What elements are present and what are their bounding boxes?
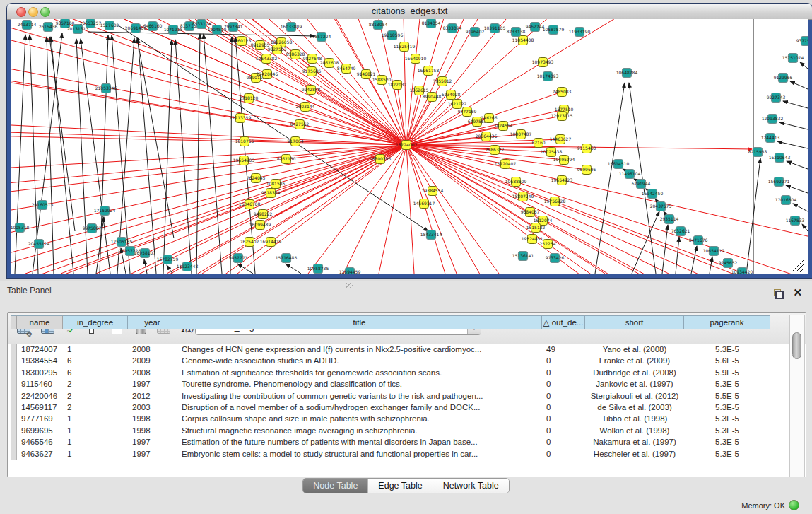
graph-node-label: 7955812 [433,78,452,83]
graph-node-label: 10934420 [731,269,753,274]
cell-out_degree: 0 [542,367,585,379]
graph-edge [311,90,406,145]
node-table[interactable]: 1872400712008Changes of HCN gene express… [8,344,806,477]
graph-node-label: 10973493 [532,59,554,64]
cell-pagerank: 5.5E-5 [684,390,770,402]
graph-node-label: 16640910 [405,56,427,61]
graph-edge [406,145,732,274]
graph-node-label: 7986372 [486,147,505,152]
graph-node-label: 8186328 [286,52,305,57]
cell-short: Franke et al. (2009) [585,355,684,367]
graph-node-label: 1577510 [555,107,574,112]
vertical-scrollbar-thumb[interactable] [792,332,801,359]
graph-edge [793,204,808,211]
column-header-short[interactable]: short [585,315,684,329]
graph-edge [204,34,222,274]
table-row[interactable]: 1938455462009Genome-wide association stu… [8,355,789,367]
graph-node-label: 9175685 [302,69,322,74]
close-panel-icon[interactable]: ✕ [793,287,802,298]
column-header-in_degree[interactable]: in_degree [63,315,128,329]
graph-node-label: 9129966 [774,75,793,80]
cell-name: 9115460 [17,378,63,390]
table-row[interactable]: 1456911722003Disruption of a novel membe… [8,402,789,414]
cell-in_degree: 2 [63,390,128,402]
table-row[interactable]: 1830029562008Estimation of significance … [8,367,789,379]
graph-node-label: 8333094 [443,25,462,30]
cell-title: Estimation of the future numbers of pati… [177,436,542,448]
table-row[interactable]: 969969511998Structural magnetic resonanc… [8,425,789,437]
cell-out_degree: 0 [542,448,585,460]
tab-network-table[interactable]: Network Table [433,479,509,493]
cell-title: Structural magnetic resonance image aver… [177,425,542,437]
vertical-scrollbar[interactable] [789,315,805,477]
graph-node-label: 7624045 [247,175,266,180]
column-header-year[interactable]: year [128,315,177,329]
column-header-out_degree[interactable]: △ out_de... [542,315,585,329]
network-canvas[interactable]: 1872400789601238912955182260589827503818… [11,19,808,274]
column-header-pagerank[interactable]: pagerank [684,315,770,329]
graph-node-label: 2803144 [296,104,315,109]
graph-node-label: 12213359 [230,115,252,120]
cell-out_degree: 0 [542,402,585,414]
graph-node-label: 10587579 [543,27,565,32]
graph-edge [543,19,808,62]
cell-name: 9463627 [17,448,63,460]
graph-node-label: 10174093 [537,74,559,78]
graph-edge [138,38,156,274]
graph-node-label: 9878334 [261,190,281,195]
table-row[interactable]: 911546021997Tourette syndrome. Phenomeno… [8,378,789,390]
graph-edge [523,19,808,40]
memory-status-icon[interactable] [789,500,799,510]
cell-gutter [11,367,17,379]
graph-node-label: 1244413 [761,135,780,140]
column-header-title[interactable]: title [177,315,542,329]
panel-title: Table Panel [7,286,52,296]
graph-node-label: 20160513 [32,202,54,207]
cell-title: Tourette syndrome. Phenomenology and cla… [177,378,542,390]
graph-node-label: 8813054 [369,22,388,27]
graph-edge [11,40,406,145]
tab-node-table[interactable]: Node Table [303,479,368,493]
split-divider-grip[interactable] [346,283,353,288]
graph-node-label: 62160 [531,140,545,145]
cell-name: 19384554 [17,355,63,367]
table-row[interactable]: 977716911998Corpus callosum shape and si… [8,413,789,425]
graph-node-label: 1621022 [448,101,467,106]
graph-node-label: 17016504 [775,197,797,202]
cell-in_degree: 1 [63,425,128,437]
graph-node-label: 16099489 [249,222,271,227]
table-row[interactable]: 2242004622012Investigating the contribut… [8,390,789,402]
graph-node-label: 18724007 [396,142,418,147]
table-row[interactable]: 946362711997Embryonic stem cells: a mode… [8,448,789,460]
graph-edge [632,211,659,274]
cell-in_degree: 1 [63,344,128,356]
cell-gutter [11,355,17,367]
graph-node-label: 8471676 [689,238,708,243]
cell-in_degree: 6 [63,355,128,367]
cell-pagerank: 5.3E-5 [684,436,770,448]
table-row[interactable]: 1872400712008Changes of HCN gene express… [8,344,789,356]
cell-year: 2008 [128,344,177,356]
graph-edge [777,141,808,148]
graph-node-label: 10654112 [703,248,725,253]
float-panel-icon[interactable] [774,289,784,299]
window-titlebar[interactable]: citations_edges.txt [7,4,812,20]
graph-node-label: 6791944 [632,181,651,186]
cell-out_degree: 0 [542,390,585,402]
table-tabs-bar: Node TableEdge TableNetwork Table [0,478,812,495]
graph-node-label: 9857771 [229,255,248,260]
graph-node-label: 19495794 [553,157,575,162]
graph-edge [76,39,88,274]
graph-node-label: 19218596 [382,33,404,37]
column-header-name[interactable]: name [17,315,63,329]
graph-node-label: 11498104 [619,171,641,176]
graph-node-label: 11923448 [177,264,199,269]
graph-node-label: 7857224 [312,34,331,39]
desktop: citations_edges.txt 18724007896012389129… [0,0,812,514]
column-header-gutter[interactable] [11,315,17,329]
tab-edge-table[interactable]: Edge Table [368,479,433,493]
table-row[interactable]: 946554611997Estimation of the future num… [8,436,789,448]
graph-node-label: 7997341 [224,24,243,29]
graph-edge [88,32,315,36]
graph-node-label: 14569117 [413,201,435,206]
